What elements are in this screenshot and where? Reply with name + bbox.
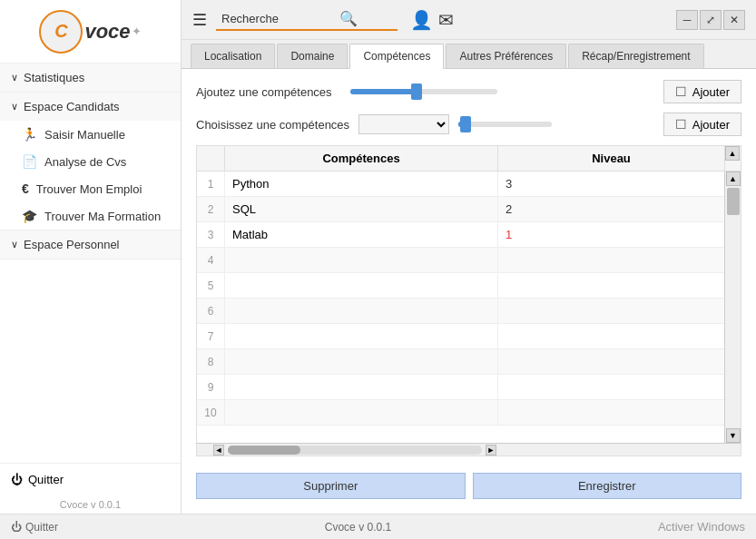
ajouter-competence-button[interactable]: ☐ Ajouter [663, 80, 741, 103]
content-panel: Ajoutez une compétences ☐ Ajouter Choisi… [182, 69, 756, 514]
table-row[interactable]: 8 [197, 349, 724, 375]
col-niveau-header: Niveau [497, 146, 724, 171]
euro-icon: € [22, 181, 29, 196]
competence-dropdown[interactable] [358, 114, 449, 134]
search-box: 🔍 [216, 8, 398, 31]
checkbox-icon-2: ☐ [675, 117, 687, 132]
sidebar-analyse-label: Analyse de Cvs [44, 155, 126, 169]
sidebar-personnel-label: Espace Personnel [24, 238, 120, 251]
hscroll-right-button[interactable]: ► [486, 445, 496, 456]
sidebar-item-saisir[interactable]: 🏃 Saisir Manuelle [0, 121, 181, 148]
table-row[interactable]: 10 [197, 400, 724, 426]
search-input[interactable] [221, 12, 339, 25]
col-competences-header: Compétences [224, 146, 497, 171]
sidebar-candidats-label: Espace Candidats [24, 100, 120, 113]
tab-autres-preferences[interactable]: Autres Préférences [446, 44, 566, 68]
add-competence-slider[interactable] [350, 89, 497, 94]
footer-version: Cvoce v 0.0.1 [325, 521, 391, 534]
top-bar: ☰ 🔍 👤 ✉ ─ ⤢ ✕ [182, 0, 756, 40]
table-row[interactable]: 3 Matlab 1 [197, 222, 724, 248]
search-icon[interactable]: 🔍 [339, 10, 358, 27]
add-competence-row: Ajoutez une compétences ☐ Ajouter [196, 80, 741, 103]
scroll-thumb[interactable] [727, 188, 740, 215]
close-button[interactable]: ✕ [723, 10, 745, 30]
hscroll-left-button[interactable]: ◄ [213, 445, 224, 456]
competences-table: Compétences Niveau ▲ 1 Python 3 [196, 145, 741, 456]
document-icon: 📄 [22, 154, 37, 169]
quit-label: Quitter [28, 473, 64, 486]
hscroll-track [228, 446, 482, 455]
power-icon: ⏻ [11, 473, 23, 486]
sidebar-item-analyse[interactable]: 📄 Analyse de Cvs [0, 148, 181, 175]
sidebar-header-statistiques[interactable]: ∨ Statistiques [0, 64, 181, 92]
bottom-bar: Supprimer Enregistrer [196, 466, 741, 503]
tab-domaine[interactable]: Domaine [277, 44, 348, 68]
app-footer: ⏻ Quitter Cvoce v 0.0.1 Activer Windows [0, 514, 756, 539]
tab-recap[interactable]: Récap/Enregistrement [568, 44, 703, 68]
col-num-header [197, 146, 224, 171]
footer-quit-label: Quitter [25, 521, 58, 534]
sidebar: C voce ✦ ∨ Statistiques ∨ Espace Candida… [0, 0, 182, 514]
table-row[interactable]: 5 [197, 273, 724, 299]
chevron-down-icon-3: ∨ [11, 239, 18, 250]
account-icon[interactable]: 👤 [410, 9, 433, 31]
window-controls: ─ ⤢ ✕ [676, 10, 745, 30]
level-slider[interactable] [458, 122, 552, 127]
table-row[interactable]: 7 [197, 324, 724, 349]
table-row[interactable]: 4 [197, 248, 724, 273]
activate-windows: Activer Windows [658, 520, 745, 534]
vertical-scrollbar[interactable]: ▲ ▼ [724, 172, 741, 443]
hscroll-thumb[interactable] [228, 446, 300, 455]
graduation-icon: 🎓 [22, 209, 37, 223]
sidebar-emploi-label: Trouver Mon Emploi [36, 182, 142, 196]
scroll-down-button[interactable]: ▼ [726, 428, 741, 443]
table-row[interactable]: 2 SQL 2 [197, 197, 724, 222]
app-logo: C voce ✦ [0, 0, 181, 64]
add-competence-label: Ajoutez une compétences [196, 85, 341, 99]
table-header: Compétences Niveau ▲ [197, 146, 741, 172]
sidebar-item-emploi[interactable]: € Trouver Mon Emploi [0, 175, 181, 202]
scroll-up-button[interactable]: ▲ [726, 172, 741, 186]
table-body: 1 Python 3 2 SQL 2 [197, 172, 724, 443]
horizontal-scrollbar[interactable]: ◄ ► [197, 443, 741, 456]
table-row[interactable]: 9 [197, 375, 724, 400]
enregistrer-button[interactable]: Enregistrer [473, 473, 742, 499]
sidebar-formation-label: Trouver Ma Formation [44, 210, 161, 223]
run-icon: 🏃 [22, 127, 37, 142]
power-icon-footer: ⏻ [11, 521, 22, 534]
tabs-row: Localisation Domaine Compétences Autres … [182, 40, 756, 69]
sidebar-section-statistiques: ∨ Statistiques [0, 64, 181, 93]
choose-competence-label: Choisissez une compétences [196, 118, 349, 132]
version-label: Cvoce v 0.0.1 [0, 495, 181, 514]
sidebar-header-personnel[interactable]: ∨ Espace Personnel [0, 230, 181, 259]
sidebar-header-candidats[interactable]: ∨ Espace Candidats [0, 93, 181, 121]
sidebar-statistiques-label: Statistiques [24, 71, 84, 84]
mail-icon[interactable]: ✉ [438, 9, 454, 31]
top-bar-icons: 👤 ✉ [410, 9, 454, 31]
chevron-down-icon-2: ∨ [11, 101, 18, 113]
menu-icon[interactable]: ☰ [192, 10, 207, 30]
maximize-button[interactable]: ⤢ [700, 10, 722, 30]
sidebar-section-candidats: ∨ Espace Candidats 🏃 Saisir Manuelle 📄 A… [0, 93, 181, 230]
tab-competences[interactable]: Compétences [349, 44, 444, 69]
quit-button[interactable]: ⏻ Quitter [0, 463, 181, 495]
tab-localisation[interactable]: Localisation [191, 44, 275, 68]
ajouter-level-button[interactable]: ☐ Ajouter [663, 113, 741, 136]
minimize-button[interactable]: ─ [676, 10, 698, 30]
sidebar-saisir-label: Saisir Manuelle [44, 128, 125, 142]
checkbox-icon: ☐ [675, 84, 687, 99]
sidebar-item-formation[interactable]: 🎓 Trouver Ma Formation [0, 202, 181, 230]
col-scroll-header: ▲ [724, 146, 741, 171]
scroll-up-button[interactable]: ▲ [725, 146, 740, 161]
sidebar-section-personnel: ∨ Espace Personnel [0, 230, 181, 260]
supprimer-button[interactable]: Supprimer [196, 473, 466, 499]
chevron-down-icon: ∨ [11, 72, 18, 83]
footer-quit[interactable]: ⏻ Quitter [11, 521, 58, 534]
table-row[interactable]: 1 Python 3 [197, 172, 724, 197]
table-row[interactable]: 6 [197, 299, 724, 324]
choose-competence-row: Choisissez une compétences ☐ Ajouter [196, 113, 741, 136]
main-content: ☰ 🔍 👤 ✉ ─ ⤢ ✕ Localisation [182, 0, 756, 514]
